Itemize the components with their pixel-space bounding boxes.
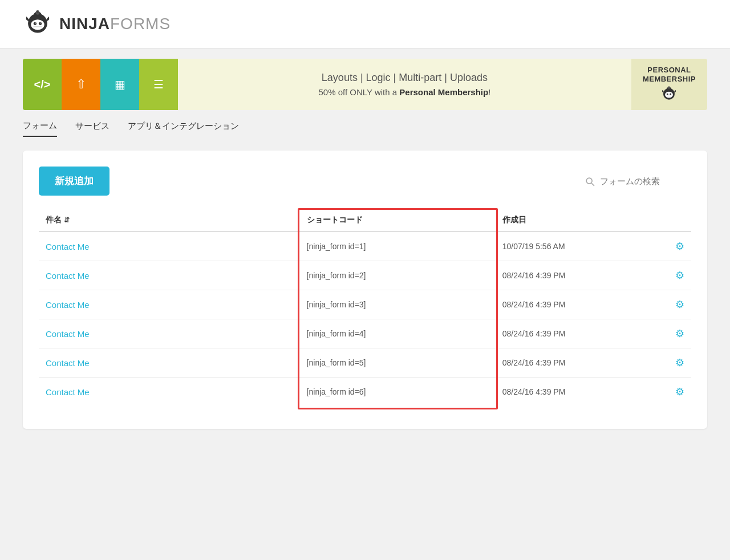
svg-rect-16 [667,96,672,96]
svg-point-3 [34,22,36,25]
logo-forms: FORMS [110,15,171,33]
tab-services[interactable]: サービス [75,121,110,136]
search-icon [584,176,595,187]
form-name-link-1[interactable]: Contact Me [46,271,90,281]
header: NINJAFORMS [0,0,730,48]
settings-gear-icon-5[interactable]: ⚙ [675,386,684,397]
search-area [584,176,691,187]
settings-gear-icon-2[interactable]: ⚙ [675,299,684,310]
cell-date-2: 08/24/16 4:39 PM [496,290,652,319]
banner-icon-multipart: ☰ [139,59,178,110]
cell-action-4: ⚙ [652,348,691,378]
svg-point-11 [666,92,674,98]
banner-line1: Layouts | Logic | Multi-part | Uploads [195,72,614,84]
form-name-link-3[interactable]: Contact Me [46,329,90,339]
cell-shortcode-2: [ninja_form id=3] [300,290,496,319]
settings-gear-icon-3[interactable]: ⚙ [675,328,684,339]
search-input[interactable] [600,176,691,186]
forms-table: 件名 ⇵ ショートコード 作成日 Contact Me [39,209,691,406]
banner-line2-prefix: 50% off ONLY with a [319,87,400,97]
svg-point-15 [671,94,671,94]
cell-action-5: ⚙ [652,378,691,407]
cell-date-3: 08/24/16 4:39 PM [496,319,652,348]
cell-shortcode-1: [ninja_form id=2] [300,261,496,290]
banner-icon-upload: ⇧ [62,59,100,110]
banner-line2: 50% off ONLY with a Personal Membership! [195,87,614,97]
cell-name-5: Contact Me [39,378,300,407]
cell-shortcode-3: [ninja_form id=4] [300,319,496,348]
cell-date-0: 10/07/19 5:56 AM [496,232,652,261]
svg-point-13 [670,94,672,95]
table-row: Contact Me [ninja_form id=4] 08/24/16 4:… [39,319,691,348]
settings-gear-icon-4[interactable]: ⚙ [675,357,684,368]
logo-area: NINJAFORMS [23,9,171,39]
cell-action-3: ⚙ [652,319,691,348]
cell-action-0: ⚙ [652,232,691,261]
banner-icons: </> ⇧ ▦ ☰ [23,59,178,110]
banner-line2-bold: Personal Membership [399,87,488,97]
toolbar: 新規追加 [39,167,691,196]
nav-tabs: フォーム サービス アプリ＆インテグレーション [0,120,730,137]
cell-shortcode-4: [ninja_form id=5] [300,348,496,378]
ninja-mascot-icon [23,9,52,39]
logo-ninja: NINJA [59,15,110,33]
membership-mascot-icon [658,86,680,103]
cell-date-5: 08/24/16 4:39 PM [496,378,652,407]
svg-point-5 [35,23,36,24]
cell-name-0: Contact Me [39,232,300,261]
cell-name-2: Contact Me [39,290,300,319]
table-row: Contact Me [ninja_form id=5] 08/24/16 4:… [39,348,691,378]
settings-gear-icon-1[interactable]: ⚙ [675,270,684,281]
form-name-link-2[interactable]: Contact Me [46,300,90,310]
form-name-link-4[interactable]: Contact Me [46,358,90,368]
svg-point-14 [668,94,668,94]
svg-rect-7 [33,26,42,27]
banner-icon-layout: ▦ [100,59,139,110]
banner-line2-suffix: ! [488,87,490,97]
col-header-date: 作成日 [496,209,652,232]
banner-text-area: Layouts | Logic | Multi-part | Uploads 5… [178,72,631,97]
cell-shortcode-5: [ninja_form id=6] [300,378,496,407]
sort-arrow-icon: ⇵ [64,216,70,224]
table-wrapper: 件名 ⇵ ショートコード 作成日 Contact Me [39,209,691,406]
form-name-link-0[interactable]: Contact Me [46,242,90,251]
cell-shortcode-0: [ninja_form id=1] [300,232,496,261]
svg-point-2 [31,19,44,30]
membership-label: PERSONAL MEMBERSHIP [643,66,696,83]
svg-point-12 [667,94,668,95]
banner-icon-code: </> [23,59,62,110]
table-row: Contact Me [ninja_form id=6] 08/24/16 4:… [39,378,691,407]
svg-point-6 [40,23,42,24]
form-name-link-5[interactable]: Contact Me [46,387,90,397]
cell-name-1: Contact Me [39,261,300,290]
promo-banner[interactable]: </> ⇧ ▦ ☰ Layouts | Logic | Multi-part |… [23,59,707,110]
cell-name-3: Contact Me [39,319,300,348]
tab-integrations[interactable]: アプリ＆インテグレーション [128,121,239,136]
table-row: Contact Me [ninja_form id=3] 08/24/16 4:… [39,290,691,319]
logo-text: NINJAFORMS [59,15,171,33]
cell-date-1: 08/24/16 4:39 PM [496,261,652,290]
table-row: Contact Me [ninja_form id=1] 10/07/19 5:… [39,232,691,261]
col-header-action [652,209,691,232]
settings-gear-icon-0[interactable]: ⚙ [675,241,684,252]
cell-action-2: ⚙ [652,290,691,319]
add-new-button[interactable]: 新規追加 [39,167,110,196]
cell-name-4: Contact Me [39,348,300,378]
banner-membership: PERSONAL MEMBERSHIP [631,59,707,110]
cell-date-4: 08/24/16 4:39 PM [496,348,652,378]
svg-point-4 [39,22,42,25]
col-header-shortcode: ショートコード [300,209,496,232]
main-content: 新規追加 件名 ⇵ ショートコード [23,151,707,429]
name-sort[interactable]: 件名 ⇵ [46,215,70,225]
cell-action-1: ⚙ [652,261,691,290]
col-header-name: 件名 ⇵ [39,209,300,232]
tab-forms[interactable]: フォーム [23,120,57,137]
svg-point-8 [36,10,40,15]
table-row: Contact Me [ninja_form id=2] 08/24/16 4:… [39,261,691,290]
svg-point-17 [668,86,671,89]
